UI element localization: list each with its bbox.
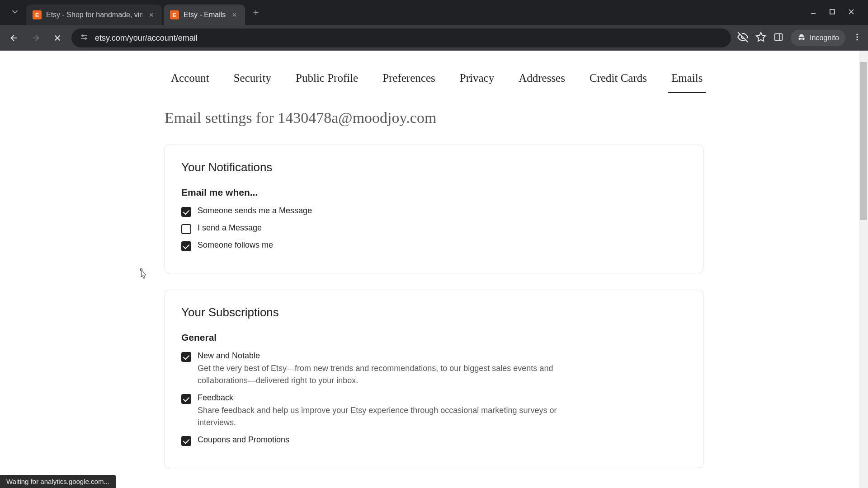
checkbox-label: Someone sends me a Message — [198, 206, 312, 216]
eye-off-icon[interactable] — [737, 32, 748, 44]
etsy-favicon: E — [170, 10, 179, 19]
side-panel-icon[interactable] — [774, 32, 783, 44]
tab-title: Etsy - Shop for handmade, vint — [46, 11, 142, 19]
scrollbar-track[interactable] — [859, 51, 868, 488]
checkbox-row: Coupons and Promotions — [181, 435, 687, 446]
tab-emails[interactable]: Emails — [668, 65, 706, 93]
svg-rect-1 — [830, 9, 835, 14]
url-text: etsy.com/your/account/email — [95, 33, 723, 43]
scrollbar-thumb[interactable] — [860, 62, 867, 220]
tab-privacy[interactable]: Privacy — [456, 65, 498, 93]
forward-button[interactable] — [28, 30, 43, 46]
checkbox-row: FeedbackShare feedback and help us impro… — [181, 393, 687, 429]
tab-preferences[interactable]: Preferences — [379, 65, 439, 93]
checkbox-description: Get the very best of Etsy—from new trend… — [198, 362, 595, 387]
close-tab-icon[interactable]: × — [147, 9, 156, 21]
minimize-button[interactable] — [810, 9, 816, 17]
card-title: Your Subscriptions — [181, 305, 687, 319]
tab-security[interactable]: Security — [230, 65, 275, 93]
checkbox-row: Someone follows me — [181, 240, 687, 251]
browser-toolbar: etsy.com/your/account/email Incognito — [0, 25, 868, 51]
subscriptions-card: Your Subscriptions General New and Notab… — [165, 290, 703, 468]
svg-rect-14 — [775, 34, 783, 41]
bookmark-star-icon[interactable] — [755, 32, 766, 44]
close-window-button[interactable] — [848, 9, 854, 17]
tab-credit-cards[interactable]: Credit Cards — [586, 65, 651, 93]
reload-button[interactable] — [50, 30, 65, 46]
checkbox[interactable] — [181, 436, 191, 446]
incognito-label: Incognito — [810, 34, 839, 42]
browser-chrome: E Etsy - Shop for handmade, vint × E Ets… — [0, 0, 868, 51]
checkbox-row: New and NotableGet the very best of Etsy… — [181, 351, 687, 387]
checkbox-label: Someone follows me — [198, 240, 273, 250]
checkbox-row: I send a Message — [181, 223, 687, 234]
close-tab-icon[interactable]: × — [230, 9, 239, 21]
notifications-subtitle: Email me when... — [181, 187, 687, 198]
checkbox[interactable] — [181, 207, 191, 217]
tab-search-dropdown[interactable] — [5, 3, 24, 22]
browser-tab-1[interactable]: E Etsy - Emails × — [164, 5, 245, 25]
svg-point-10 — [82, 35, 83, 36]
tab-bar: E Etsy - Shop for handmade, vint × E Ets… — [0, 0, 868, 25]
status-bar: Waiting for analytics.google.com... — [0, 475, 116, 488]
svg-point-16 — [856, 34, 858, 35]
back-button[interactable] — [6, 30, 22, 46]
svg-point-17 — [856, 36, 858, 38]
checkbox-label: Coupons and Promotions — [198, 435, 289, 445]
site-settings-icon[interactable] — [80, 33, 89, 43]
svg-point-18 — [856, 39, 858, 40]
incognito-badge[interactable]: Incognito — [791, 30, 845, 46]
tab-addresses[interactable]: Addresses — [515, 65, 569, 93]
checkbox-label: Feedback — [198, 393, 595, 403]
window-controls — [810, 9, 863, 17]
checkbox[interactable] — [181, 224, 191, 234]
browser-menu-icon[interactable] — [853, 33, 862, 43]
checkbox-label: New and Notable — [198, 351, 595, 361]
tab-public-profile[interactable]: Public Profile — [292, 65, 362, 93]
subscriptions-section-title: General — [181, 332, 687, 343]
etsy-favicon: E — [33, 10, 42, 19]
svg-marker-13 — [756, 33, 765, 41]
checkbox[interactable] — [181, 352, 191, 362]
browser-tab-0[interactable]: E Etsy - Shop for handmade, vint × — [26, 5, 162, 25]
card-title: Your Notifications — [181, 160, 687, 174]
page-title: Email settings for 1430478a@moodjoy.com — [165, 109, 728, 127]
checkbox[interactable] — [181, 241, 191, 251]
checkbox-row: Someone sends me a Message — [181, 206, 687, 217]
url-bar[interactable]: etsy.com/your/account/email — [71, 28, 731, 47]
checkbox-description: Share feedback and help us improve your … — [198, 404, 595, 429]
maximize-button[interactable] — [829, 9, 835, 17]
new-tab-button[interactable]: + — [247, 2, 265, 23]
checkbox[interactable] — [181, 394, 191, 404]
page-content: AccountSecurityPublic ProfilePreferences… — [0, 51, 868, 488]
checkbox-label: I send a Message — [198, 223, 262, 233]
notifications-card: Your Notifications Email me when... Some… — [165, 145, 703, 273]
settings-tabs-nav: AccountSecurityPublic ProfilePreferences… — [140, 51, 728, 93]
svg-point-11 — [85, 38, 86, 39]
tab-title: Etsy - Emails — [184, 11, 226, 19]
tab-account[interactable]: Account — [167, 65, 213, 93]
